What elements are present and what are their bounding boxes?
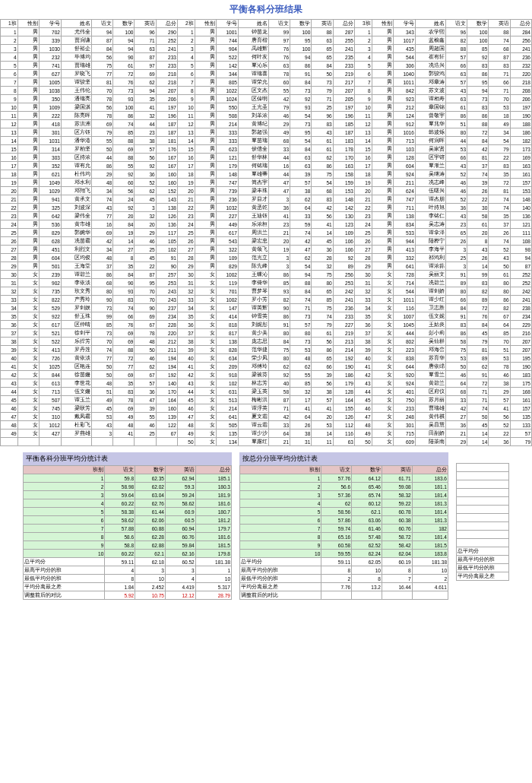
- cell: 女: [17, 404, 39, 413]
- cell: 735: [39, 287, 61, 296]
- cell: 43: [91, 421, 112, 430]
- cell: 94: [91, 28, 112, 36]
- cell: 区仲晴: [61, 321, 91, 329]
- cell: 男: [195, 120, 216, 128]
- cell: 920: [393, 371, 415, 379]
- cell: 44: [135, 120, 156, 128]
- cell: 70: [91, 87, 112, 95]
- cell: 57: [489, 396, 510, 404]
- cell: 53: [489, 103, 510, 112]
- cell: 周洪兰: [238, 229, 268, 237]
- cell: 22: [354, 204, 372, 212]
- cell: 43: [445, 212, 467, 220]
- cell: 91: [467, 371, 489, 379]
- cell: 1: [1, 28, 18, 36]
- cell: 5: [177, 62, 195, 70]
- cell: 745: [39, 404, 61, 413]
- cell: 78: [135, 329, 156, 338]
- cell: 86: [91, 162, 112, 170]
- cell: 192: [156, 371, 177, 379]
- cell: 8: [467, 237, 489, 246]
- cell: 11: [1, 112, 18, 120]
- cell: 范华捷: [238, 346, 268, 354]
- cell: 邓翔飞: [61, 187, 91, 195]
- sum-cell: 1: [240, 474, 321, 483]
- cell: 吴丽文: [415, 271, 445, 279]
- cell: 男: [372, 237, 393, 246]
- cell: 617: [216, 229, 238, 237]
- cell: 42: [268, 95, 290, 103]
- cell: 45: [135, 254, 156, 262]
- cell: 林志芳: [238, 379, 268, 388]
- cell: 85: [467, 45, 489, 53]
- cell: 55: [290, 371, 312, 379]
- cell: 李世花: [61, 379, 91, 388]
- sum-cell: 59.64: [105, 491, 135, 499]
- cell: 134: [216, 438, 238, 446]
- col-header: 姓名: [238, 20, 268, 28]
- cell: 45: [1, 396, 18, 404]
- cell: 85: [268, 279, 290, 287]
- cell: 641: [216, 413, 238, 421]
- cell: 83: [113, 388, 135, 396]
- cell: 642: [39, 212, 61, 220]
- cell: 36: [445, 421, 467, 430]
- cell: 40: [177, 354, 195, 363]
- cell: 29: [268, 120, 290, 128]
- cell: [1, 438, 18, 446]
- cell: 88: [312, 28, 333, 36]
- cell: 67: [135, 371, 156, 379]
- sum-cell: 181.3: [412, 516, 448, 525]
- cell: 女: [372, 271, 393, 279]
- sum-cell: 4: [240, 499, 321, 508]
- cell: 80: [489, 287, 510, 296]
- cell: [135, 438, 156, 446]
- cell: 34: [354, 304, 372, 312]
- cell: 66: [445, 296, 467, 304]
- cell: 男: [372, 62, 393, 70]
- cell: 2: [177, 36, 195, 45]
- avg-cell: 59.11: [105, 558, 135, 566]
- cell: 84: [113, 271, 135, 279]
- cell: 陆茶南: [415, 438, 445, 446]
- cell: 23: [177, 212, 195, 220]
- cell: 63: [290, 162, 312, 170]
- col-header: 数学: [290, 20, 312, 28]
- cell: 刘妮彤: [238, 321, 268, 329]
- cell: 79: [489, 145, 510, 154]
- cell: 83: [467, 62, 489, 70]
- cell: 22: [467, 195, 489, 204]
- cell: 96: [135, 28, 156, 36]
- cell: 28: [354, 254, 372, 262]
- col-header: 性别: [17, 20, 39, 28]
- cell: 3: [445, 246, 467, 254]
- cell: 63: [135, 45, 156, 53]
- cell: 1016: [393, 128, 415, 137]
- cell: 19: [268, 246, 290, 254]
- cell: 241: [156, 45, 177, 53]
- cell: 42: [177, 371, 195, 379]
- cell: 923: [393, 95, 415, 103]
- cell: 35: [489, 212, 510, 220]
- sum-head: 语文: [321, 466, 352, 474]
- cell: 34: [91, 187, 112, 195]
- cell: 16: [268, 162, 290, 170]
- cell: 236: [216, 195, 238, 204]
- cell: 284: [510, 28, 531, 36]
- cell: 218: [510, 78, 531, 87]
- sum-cell: 58.42: [382, 541, 412, 550]
- cell: 86: [467, 70, 489, 78]
- cell: 梁玉英: [238, 388, 268, 396]
- cell: 女: [372, 413, 393, 421]
- cell: 56: [91, 53, 112, 62]
- cell: 72: [467, 128, 489, 137]
- cell: 241: [510, 296, 531, 304]
- cell: 31: [290, 438, 312, 446]
- cell: 27: [177, 246, 195, 254]
- sum-cell: 62.24: [352, 550, 382, 558]
- sum-cell: 10: [24, 550, 105, 558]
- cell: 6: [1, 70, 18, 78]
- cell: 48: [290, 354, 312, 363]
- cell: 女: [195, 388, 216, 396]
- cell: 唐依绵: [415, 363, 445, 371]
